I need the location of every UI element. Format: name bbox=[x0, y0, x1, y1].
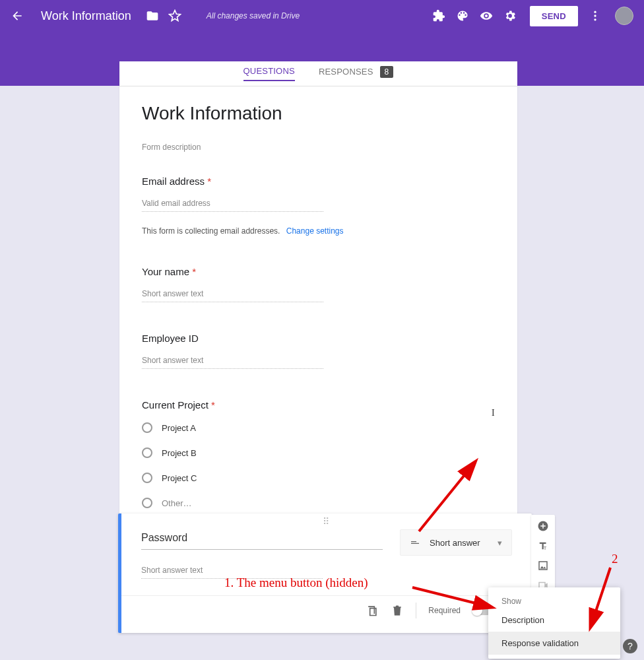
tab-responses[interactable]: RESPONSES 8 bbox=[319, 66, 394, 82]
email-label: Email address bbox=[142, 176, 205, 187]
employee-input-placeholder: Short answer text bbox=[142, 356, 323, 369]
form-title[interactable]: Work Information bbox=[142, 103, 495, 124]
preview-icon[interactable] bbox=[480, 9, 493, 22]
radio-option-other[interactable]: Other… bbox=[142, 498, 495, 508]
required-asterisk: * bbox=[207, 176, 211, 187]
more-vert-icon[interactable] bbox=[589, 9, 602, 22]
short-answer-icon bbox=[410, 537, 420, 548]
folder-icon[interactable] bbox=[146, 9, 159, 22]
tab-questions[interactable]: QUESTIONS bbox=[243, 66, 295, 81]
save-status: All changes saved in Drive bbox=[207, 11, 300, 20]
required-label: Required bbox=[428, 606, 461, 615]
send-button[interactable]: SEND bbox=[530, 6, 578, 26]
palette-icon[interactable] bbox=[456, 9, 469, 22]
change-settings-link[interactable]: Change settings bbox=[286, 226, 344, 236]
name-input-placeholder: Short answer text bbox=[142, 289, 323, 302]
help-icon[interactable]: ? bbox=[623, 639, 637, 653]
duplicate-icon[interactable] bbox=[366, 604, 379, 617]
question-employee-id: Employee ID Short answer text bbox=[142, 333, 495, 369]
user-avatar[interactable] bbox=[615, 7, 633, 25]
svg-point-0 bbox=[594, 11, 596, 13]
form-card: QUESTIONS RESPONSES 8 Work Information F… bbox=[119, 61, 517, 529]
question-context-menu: Show Description Response validation bbox=[488, 587, 620, 659]
question-name: Your name * Short answer text bbox=[142, 266, 495, 302]
menu-item-response-validation[interactable]: Response validation bbox=[488, 632, 620, 655]
app-title: Work Information bbox=[41, 9, 131, 23]
svg-point-2 bbox=[594, 18, 596, 20]
add-question-icon[interactable] bbox=[537, 520, 549, 532]
addon-icon[interactable] bbox=[432, 9, 445, 22]
drag-handle-icon[interactable]: ⠿ bbox=[121, 513, 532, 527]
radio-icon bbox=[142, 498, 152, 508]
employee-label: Employee ID bbox=[142, 333, 495, 344]
add-title-icon[interactable]: T bbox=[537, 540, 549, 552]
floating-toolbar: T bbox=[531, 515, 555, 597]
question-project: Current Project * Project A Project B Pr… bbox=[142, 399, 495, 508]
active-question-card[interactable]: ⠿ Short answer text Short answer ▾ Requi… bbox=[118, 513, 532, 633]
annotation-text-1: 1. The menu button (hidden) bbox=[224, 576, 368, 590]
back-arrow-icon[interactable] bbox=[11, 9, 24, 22]
radio-option[interactable]: Project A bbox=[142, 422, 495, 433]
question-email: Email address * Valid email address This… bbox=[142, 176, 495, 236]
question-type-dropdown[interactable]: Short answer ▾ bbox=[400, 529, 512, 556]
radio-icon bbox=[142, 447, 152, 458]
annotation-text-2: 2 bbox=[612, 552, 618, 566]
separator bbox=[416, 603, 416, 618]
radio-icon bbox=[142, 422, 152, 433]
add-image-icon[interactable] bbox=[537, 560, 549, 572]
delete-icon[interactable] bbox=[391, 604, 404, 617]
email-input-placeholder: Valid email address bbox=[142, 199, 323, 212]
radio-option[interactable]: Project C bbox=[142, 473, 495, 483]
chevron-down-icon: ▾ bbox=[498, 538, 502, 548]
project-label: Current Project bbox=[142, 399, 209, 411]
form-description[interactable]: Form description bbox=[142, 143, 495, 152]
radio-icon bbox=[142, 473, 152, 483]
svg-text:T: T bbox=[544, 545, 547, 551]
name-label: Your name bbox=[142, 266, 189, 277]
radio-option[interactable]: Project B bbox=[142, 447, 495, 458]
text-cursor: I bbox=[492, 408, 495, 418]
settings-icon[interactable] bbox=[503, 9, 517, 22]
menu-header: Show bbox=[488, 591, 620, 609]
menu-item-description[interactable]: Description bbox=[488, 609, 620, 632]
required-asterisk: * bbox=[211, 399, 215, 411]
star-icon[interactable] bbox=[168, 9, 181, 22]
svg-point-1 bbox=[594, 15, 596, 16]
question-type-label: Short answer bbox=[430, 538, 480, 548]
responses-badge: 8 bbox=[380, 66, 394, 78]
question-title-input[interactable] bbox=[141, 529, 383, 550]
email-collect-note: This form is collecting email addresses. bbox=[142, 226, 280, 236]
required-asterisk: * bbox=[192, 266, 196, 277]
tab-responses-label: RESPONSES bbox=[319, 67, 373, 77]
